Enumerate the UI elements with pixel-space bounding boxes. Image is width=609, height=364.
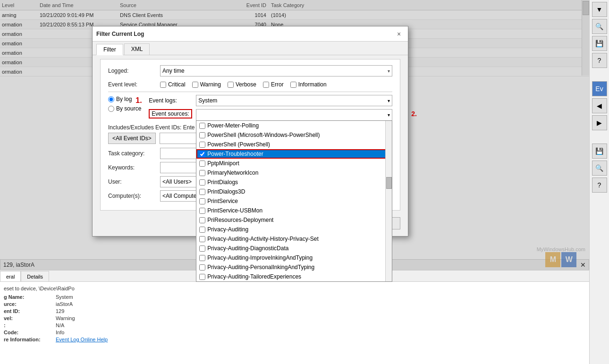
checkbox-print-dialogs[interactable] <box>199 179 205 186</box>
checkbox-verbose-input[interactable] <box>228 82 234 88</box>
list-item-privacy-tailored[interactable]: Privacy-Auditing-TailoredExperiences <box>196 272 392 281</box>
event-sources-dropdown-container: ▾ Power-Meter-Polling <box>196 109 392 120</box>
sidebar-icon-search2[interactable]: 🔍 <box>592 161 607 176</box>
reset-text: eset to device, \Device\RaidPo <box>4 286 585 291</box>
logged-label: Logged: <box>108 68 160 74</box>
list-scrollbar[interactable] <box>385 121 392 281</box>
event-sources-dropdown[interactable]: ▾ <box>196 109 392 120</box>
event-sources-label: Event sources: <box>149 109 192 119</box>
checkbox-critical-input[interactable] <box>160 82 166 88</box>
list-item-powershell-ps[interactable]: PowerShell (PowerShell) <box>196 140 392 149</box>
task-category-label: Task category: <box>108 150 160 157</box>
sidebar-icon-question[interactable]: ? <box>592 53 607 68</box>
bottom-panel: eral Details eset to device, \Device\Rai… <box>0 270 589 364</box>
list-item-primary-network[interactable]: PrimaryNetworkIcon <box>196 168 392 178</box>
checkbox-power-meter[interactable] <box>199 123 205 129</box>
sidebar-icon-forward[interactable]: ▶ <box>592 115 607 130</box>
dialog-close-button[interactable]: × <box>394 29 404 39</box>
logged-dropdown[interactable]: Any time ▾ <box>160 65 392 76</box>
field-log-name: g Name: System <box>4 294 585 300</box>
checkbox-information[interactable]: Information <box>290 81 327 88</box>
field-opcode: Code: Info <box>4 330 585 335</box>
checkbox-pptp[interactable] <box>199 161 205 167</box>
list-item-print-dialogs3d[interactable]: PrintDialogs3D <box>196 187 392 196</box>
sidebar-icon-back[interactable]: ◀ <box>592 98 607 113</box>
checkbox-privacy-auditing[interactable] <box>199 227 205 233</box>
event-logs-dropdown[interactable]: System ▾ <box>196 95 392 106</box>
tab-general[interactable]: eral <box>0 271 21 281</box>
list-item-print-service-usb[interactable]: PrintService-USBMon <box>196 206 392 215</box>
checkbox-privacy-personal[interactable] <box>199 264 205 271</box>
filter-dialog: Filter Current Log × Filter XML Logged: … <box>92 26 408 237</box>
event-level-checkboxes: Critical Warning Verbose Error <box>160 81 392 88</box>
checkbox-primary-network[interactable] <box>199 170 205 176</box>
keywords-label: Keywords: <box>108 164 160 171</box>
field-event-id: ent ID: 129 <box>4 308 585 314</box>
checkbox-privacy-diagnostic[interactable] <box>199 245 205 252</box>
checkbox-print-service[interactable] <box>199 198 205 204</box>
event-level-row: Event level: Critical Warning Verbose <box>108 80 392 88</box>
step-2-annotation: 2. <box>411 110 417 118</box>
event-logs-arrow: ▾ <box>388 98 390 103</box>
bottom-content: eset to device, \Device\RaidPo g Name: S… <box>0 282 589 347</box>
radio-by-source[interactable]: By source <box>108 105 141 112</box>
checkbox-privacy-improve[interactable] <box>199 255 205 261</box>
checkbox-information-input[interactable] <box>290 82 296 88</box>
event-sources-label-container: Event sources: <box>149 109 196 119</box>
step-1-annotation: 1. <box>135 96 142 105</box>
tab-xml[interactable]: XML <box>124 43 150 55</box>
list-item-privacy-personal[interactable]: Privacy-Auditing-PersonalInkingAndTyping <box>196 262 392 272</box>
dialog-title: Filter Current Log <box>96 31 144 37</box>
list-item-power-troubleshooter[interactable]: Power-Troubleshooter <box>196 149 392 159</box>
logged-dropdown-arrow: ▾ <box>388 68 390 74</box>
dialog-titlebar: Filter Current Log × <box>93 26 408 42</box>
list-scrollbar-thumb[interactable] <box>386 177 392 189</box>
radio-by-log-input[interactable] <box>108 96 114 102</box>
checkbox-pri-resources[interactable] <box>199 217 205 223</box>
checkbox-print-dialogs3d[interactable] <box>199 189 205 195</box>
checkbox-privacy-tailored[interactable] <box>199 274 205 280</box>
field-more-info: re Information: Event Log Online Help <box>4 337 585 342</box>
list-item-privacy-diagnostic[interactable]: Privacy-Auditing-DiagnosticData <box>196 244 392 253</box>
tab-filter[interactable]: Filter <box>96 44 123 55</box>
sidebar-icon-filter[interactable]: ▼ <box>592 2 607 17</box>
event-log-source-selects: 1. Event logs: System ▾ 2. Event sources… <box>149 95 392 120</box>
event-logs-row: 1. Event logs: System ▾ <box>149 95 392 106</box>
sidebar-icon-zoom[interactable]: 🔍 <box>592 19 607 34</box>
list-item-power-meter[interactable]: Power-Meter-Polling <box>196 121 392 130</box>
event-logs-label: Event logs: <box>149 97 196 104</box>
sidebar-icon-event[interactable]: Ev <box>592 81 607 96</box>
checkbox-privacy-activity[interactable] <box>199 236 205 242</box>
logged-row: Logged: Any time ▾ <box>108 65 392 76</box>
dialog-body: Logged: Any time ▾ Event level: Critical <box>100 59 400 211</box>
list-item-print-dialogs[interactable]: PrintDialogs <box>196 178 392 187</box>
event-sources-row: 2. Event sources: ▾ <box>149 109 392 120</box>
user-label: User: <box>108 178 160 185</box>
sidebar-icon-save[interactable]: 💾 <box>592 36 607 51</box>
checkbox-powershell-ps[interactable] <box>199 142 205 148</box>
list-item-privacy-auditing[interactable]: Privacy-Auditing <box>196 225 392 234</box>
checkbox-error[interactable]: Error <box>263 81 284 88</box>
sidebar-icon-save2[interactable]: 💾 <box>592 144 607 159</box>
list-item-powershell-ms[interactable]: PowerShell (Microsoft-Windows-PowerShell… <box>196 130 392 140</box>
checkbox-power-troubleshooter[interactable] <box>199 151 205 157</box>
field-source: urce: iaStorA <box>4 301 585 307</box>
checkbox-warning[interactable]: Warning <box>192 81 221 88</box>
all-events-button[interactable]: <All Event IDs> <box>108 133 156 144</box>
checkbox-powershell-ms[interactable] <box>199 132 205 138</box>
sidebar-icon-help[interactable]: ? <box>592 178 607 193</box>
list-item-print-service[interactable]: PrintService <box>196 196 392 206</box>
event-log-online-help-link[interactable]: Event Log Online Help <box>56 337 108 342</box>
list-item-privacy-activity[interactable]: Privacy-Auditing-Activity-History-Privac… <box>196 234 392 244</box>
list-item-pri-resources[interactable]: PriResources-Deployment <box>196 215 392 225</box>
tab-details[interactable]: Details <box>21 271 49 281</box>
checkbox-verbose[interactable]: Verbose <box>228 81 256 88</box>
list-item-pptp[interactable]: PptpMiniport <box>196 159 392 168</box>
checkbox-error-input[interactable] <box>263 82 269 88</box>
checkbox-critical[interactable]: Critical <box>160 81 186 88</box>
checkbox-warning-input[interactable] <box>192 82 198 88</box>
radio-by-source-input[interactable] <box>108 106 114 112</box>
event-sources-list: Power-Meter-Polling PowerShell (Microsof… <box>196 120 392 282</box>
list-item-privacy-improve[interactable]: Privacy-Auditing-ImproveInkingAndTyping <box>196 253 392 262</box>
checkbox-print-service-usb[interactable] <box>199 208 205 214</box>
